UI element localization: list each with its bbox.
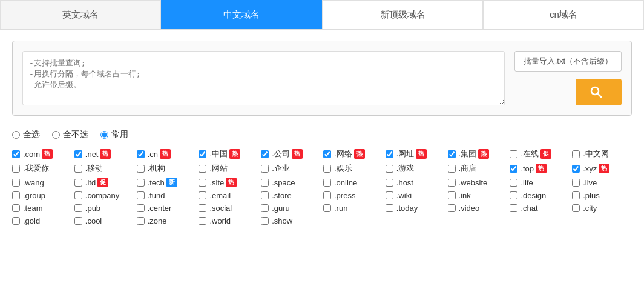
radio-common[interactable] (100, 131, 108, 139)
domain-badge: 促 (540, 149, 551, 159)
domain-name: .xyz (583, 164, 597, 173)
domain-checkbox[interactable] (572, 165, 580, 173)
domain-item: .zone (137, 216, 197, 225)
domain-checkbox[interactable] (572, 204, 580, 212)
domain-name: .pub (85, 204, 100, 213)
domain-checkbox[interactable] (323, 165, 331, 173)
tab-cn[interactable]: 中文域名 (161, 0, 322, 29)
domain-checkbox[interactable] (386, 165, 393, 173)
radio-all[interactable] (12, 131, 20, 139)
domain-checkbox[interactable] (323, 204, 331, 212)
domain-checkbox[interactable] (199, 179, 206, 187)
domain-checkbox[interactable] (199, 191, 206, 199)
domain-item: .city (572, 204, 632, 213)
domain-checkbox[interactable] (323, 150, 331, 158)
tab-en[interactable]: 英文域名 (0, 0, 161, 29)
domain-checkbox[interactable] (199, 150, 206, 158)
domain-item: .live (572, 178, 632, 187)
domain-name: .ltd (85, 178, 96, 187)
domain-name: .today (396, 204, 418, 213)
domain-checkbox[interactable] (137, 191, 145, 199)
domain-checkbox[interactable] (74, 204, 82, 212)
domain-checkbox[interactable] (261, 204, 269, 212)
domain-checkbox[interactable] (448, 179, 456, 187)
domain-name: .我爱你 (23, 163, 49, 174)
tabs-container: 英文域名中文域名新顶级域名cn域名 (0, 0, 644, 30)
domain-name: .team (23, 204, 43, 213)
domain-checkbox[interactable] (386, 150, 393, 158)
domain-name: .run (334, 204, 347, 213)
domain-checkbox[interactable] (261, 217, 269, 225)
domain-checkbox[interactable] (12, 150, 20, 158)
domain-item: .fund (137, 191, 197, 200)
search-icon (590, 86, 602, 98)
domain-item: .游戏 (386, 163, 445, 174)
domain-checkbox[interactable] (261, 191, 269, 199)
domain-checkbox[interactable] (261, 150, 269, 158)
domain-checkbox[interactable] (572, 179, 580, 187)
domain-item: .商店 (448, 163, 508, 174)
domain-checkbox[interactable] (137, 204, 145, 212)
domain-item: .ink (448, 191, 508, 200)
domain-checkbox[interactable] (12, 165, 20, 173)
domain-checkbox[interactable] (448, 165, 456, 173)
domain-name: .company (85, 191, 119, 200)
domain-checkbox[interactable] (510, 150, 518, 158)
domain-checkbox[interactable] (510, 179, 518, 187)
domain-checkbox[interactable] (261, 165, 269, 173)
domain-checkbox[interactable] (12, 179, 20, 187)
domain-checkbox[interactable] (137, 179, 145, 187)
domain-checkbox[interactable] (572, 191, 580, 199)
tab-cn-domain[interactable]: cn域名 (483, 0, 644, 29)
domain-checkbox[interactable] (323, 179, 331, 187)
domain-item: .wang (12, 178, 72, 187)
domain-search-textarea[interactable] (22, 51, 505, 105)
domain-badge: 热 (226, 178, 237, 187)
option-label-none: 全不选 (63, 129, 88, 140)
domain-checkbox[interactable] (386, 204, 393, 212)
domain-checkbox[interactable] (199, 217, 206, 225)
domain-badge: 促 (97, 178, 108, 187)
domain-checkbox[interactable] (12, 217, 20, 225)
domain-checkbox[interactable] (137, 217, 145, 225)
radio-none[interactable] (52, 131, 60, 139)
domain-checkbox[interactable] (510, 191, 518, 199)
domain-checkbox[interactable] (510, 204, 518, 212)
domain-checkbox[interactable] (572, 150, 580, 158)
domain-name: .娱乐 (334, 163, 352, 174)
tab-new-tld[interactable]: 新顶级域名 (322, 0, 483, 29)
domain-checkbox[interactable] (137, 150, 145, 158)
domain-name: .集团 (459, 148, 477, 159)
domain-checkbox[interactable] (74, 165, 82, 173)
domain-checkbox[interactable] (74, 179, 82, 187)
domain-checkbox[interactable] (12, 204, 20, 212)
domain-item: .show (261, 216, 321, 225)
import-button[interactable]: 批量导入.txt（不含后缀） (514, 51, 622, 72)
domain-checkbox[interactable] (386, 179, 393, 187)
search-button[interactable] (576, 79, 622, 105)
domain-checkbox[interactable] (386, 191, 393, 199)
domain-checkbox[interactable] (74, 150, 82, 158)
options-row: 全选全不选常用 (0, 127, 644, 146)
domain-checkbox[interactable] (199, 204, 206, 212)
domain-item: .中文网 (572, 148, 632, 159)
domain-name: .商店 (459, 163, 477, 174)
domain-checkbox[interactable] (74, 217, 82, 225)
option-all[interactable]: 全选 (12, 129, 40, 140)
domain-item: .网络热 (323, 148, 383, 159)
domain-checkbox[interactable] (448, 191, 456, 199)
domain-checkbox[interactable] (323, 191, 331, 199)
domain-checkbox[interactable] (12, 191, 20, 199)
domain-checkbox[interactable] (448, 150, 456, 158)
domain-checkbox[interactable] (74, 191, 82, 199)
domain-checkbox[interactable] (137, 165, 145, 173)
option-none[interactable]: 全不选 (52, 129, 88, 140)
domain-checkbox[interactable] (261, 179, 269, 187)
domain-checkbox[interactable] (510, 165, 518, 173)
domain-checkbox[interactable] (448, 204, 456, 212)
domain-name: .公司 (272, 148, 290, 159)
option-common[interactable]: 常用 (100, 129, 128, 140)
domain-name: .net (85, 150, 99, 159)
domain-checkbox[interactable] (199, 165, 206, 173)
domain-name: .wang (23, 178, 44, 187)
